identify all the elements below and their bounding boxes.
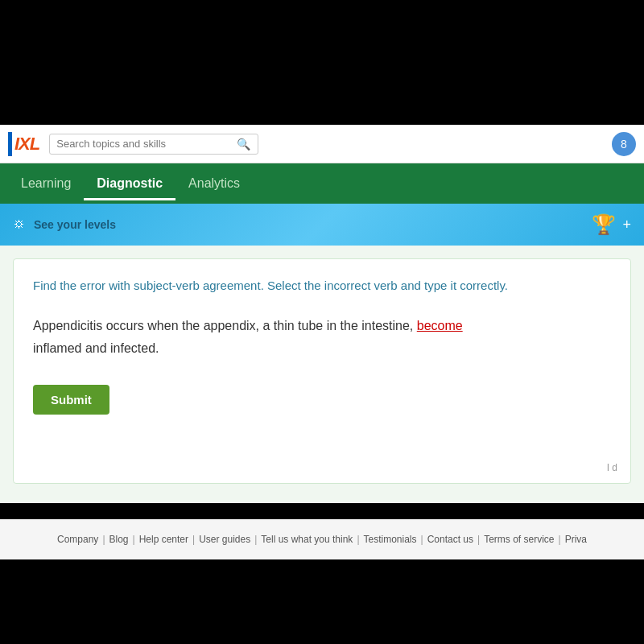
footer-link-think[interactable]: Tell us what you think bbox=[261, 534, 353, 545]
blue-banner: ⛭ See your levels 🏆 + bbox=[0, 204, 644, 246]
footer-sep-7: | bbox=[475, 534, 482, 545]
footer-sep-5: | bbox=[354, 534, 361, 545]
logo-text: IXL bbox=[14, 134, 39, 155]
trophy-icon: 🏆 bbox=[592, 213, 616, 236]
footer-sep-8: | bbox=[556, 534, 564, 545]
footer-link-terms[interactable]: Terms of service bbox=[484, 534, 554, 545]
user-icon-label: 8 bbox=[621, 138, 627, 151]
footer-sep-4: | bbox=[252, 534, 259, 545]
user-icon[interactable]: 8 bbox=[612, 132, 636, 156]
ixl-logo[interactable]: IXL bbox=[8, 132, 39, 156]
footer-link-testimonials[interactable]: Testimonials bbox=[364, 534, 417, 545]
card-note: I d bbox=[607, 462, 617, 473]
footer-link-guides[interactable]: User guides bbox=[199, 534, 250, 545]
question-text-part2: inflamed and infected. bbox=[33, 341, 159, 355]
main-content: Find the error with subject-verb agreeme… bbox=[0, 246, 644, 503]
footer-link-privacy[interactable]: Priva bbox=[565, 534, 587, 545]
banner-right: 🏆 + bbox=[592, 213, 631, 236]
footer-sep-6: | bbox=[419, 534, 426, 545]
footer-link-blog[interactable]: Blog bbox=[109, 534, 129, 545]
levels-settings-icon: ⛭ bbox=[13, 217, 26, 232]
search-bar-container: 🔍 bbox=[49, 134, 258, 155]
footer-sep-1: | bbox=[100, 534, 107, 545]
question-instruction: Find the error with subject-verb agreeme… bbox=[33, 277, 611, 295]
nav-item-learning[interactable]: Learning bbox=[8, 167, 84, 200]
search-icon[interactable]: 🔍 bbox=[237, 138, 250, 151]
top-black-area bbox=[0, 0, 644, 125]
footer-link-company[interactable]: Company bbox=[57, 534, 98, 545]
nav-item-analytics[interactable]: Analytics bbox=[175, 167, 253, 200]
nav-item-diagnostic[interactable]: Diagnostic bbox=[84, 167, 175, 200]
nav-bar: Learning Diagnostic Analytics bbox=[0, 163, 644, 204]
footer-link-help[interactable]: Help center bbox=[139, 534, 188, 545]
search-input[interactable] bbox=[56, 138, 233, 150]
question-text: Appendicitis occurs when the appendix, a… bbox=[33, 315, 611, 361]
see-levels-link[interactable]: See your levels bbox=[34, 218, 116, 231]
header-right: 8 bbox=[612, 132, 636, 156]
footer-sep-3: | bbox=[190, 534, 197, 545]
footer-bar: Company | Blog | Help center | User guid… bbox=[0, 519, 644, 559]
header-bar: IXL 🔍 8 bbox=[0, 125, 644, 163]
question-text-part1: Appendicitis occurs when the appendix, a… bbox=[33, 319, 413, 332]
footer-sep-2: | bbox=[130, 534, 138, 545]
footer-link-contact[interactable]: Contact us bbox=[427, 534, 473, 545]
plus-icon: + bbox=[622, 217, 631, 233]
submit-button[interactable]: Submit bbox=[33, 385, 109, 415]
incorrect-word[interactable]: become bbox=[417, 319, 463, 332]
footer-links: Company | Blog | Help center | User guid… bbox=[8, 534, 636, 545]
question-card: Find the error with subject-verb agreeme… bbox=[13, 258, 631, 484]
logo-blue-bar bbox=[8, 132, 12, 156]
